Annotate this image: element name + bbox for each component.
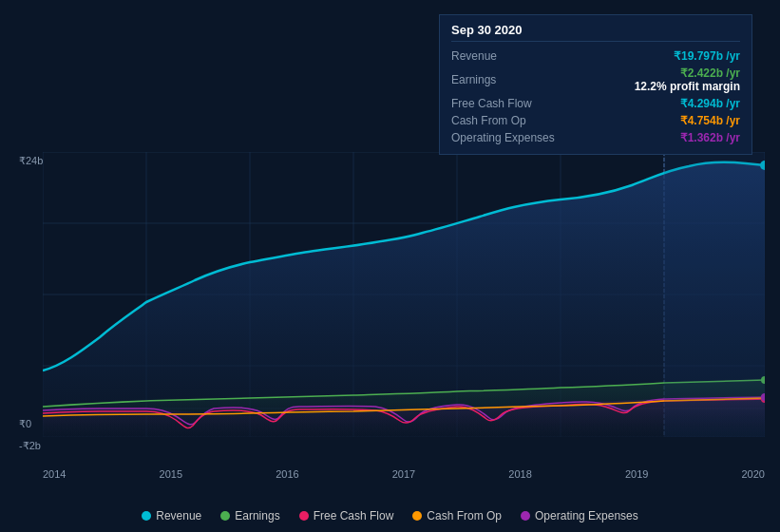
x-axis-labels: 2014 2015 2016 2017 2018 2019 2020 [43, 468, 765, 480]
legend-item-earnings[interactable]: Earnings [220, 509, 279, 522]
legend-dot-revenue [142, 511, 151, 521]
tooltip-value-fcf: ₹4.294b /yr [680, 97, 740, 110]
legend-item-cashfromop[interactable]: Cash From Op [412, 509, 502, 522]
x-label-2019: 2019 [625, 468, 648, 480]
tooltip-label-cashfromop: Cash From Op [451, 114, 526, 127]
legend-dot-earnings [220, 511, 230, 521]
legend-label-fcf: Free Cash Flow [314, 509, 394, 522]
tooltip-value-cashfromop: ₹4.754b /yr [680, 114, 740, 127]
legend-label-cashfromop: Cash From Op [427, 509, 502, 522]
tooltip-value-earnings: ₹2.422b /yr [680, 66, 740, 80]
legend-dot-cashfromop [412, 511, 422, 521]
tooltip-value-revenue: ₹19.797b /yr [674, 49, 740, 63]
x-label-2016: 2016 [276, 468, 298, 480]
tooltip-row-cashfromop: Cash From Op ₹4.754b /yr [451, 112, 740, 129]
tooltip-box: Sep 30 2020 Revenue ₹19.797b /yr Earning… [439, 14, 752, 155]
legend-item-revenue[interactable]: Revenue [142, 509, 201, 522]
legend-item-fcf[interactable]: Free Cash Flow [299, 509, 394, 522]
y-label-top: ₹24b [19, 155, 43, 167]
tooltip-label-fcf: Free Cash Flow [451, 97, 532, 110]
tooltip-row-fcf: Free Cash Flow ₹4.294b /yr [451, 95, 740, 112]
legend-label-earnings: Earnings [235, 509, 279, 522]
tooltip-date: Sep 30 2020 [451, 23, 740, 42]
tooltip-row-earnings: Earnings ₹2.422b /yr 12.2% profit margin [451, 65, 740, 95]
tooltip-row-revenue: Revenue ₹19.797b /yr [451, 48, 740, 65]
x-label-2014: 2014 [43, 468, 66, 480]
legend-item-opex[interactable]: Operating Expenses [521, 509, 638, 522]
legend-dot-fcf [299, 511, 309, 521]
x-label-2017: 2017 [392, 468, 415, 480]
y-label-negative: -₹2b [19, 440, 41, 452]
x-label-2018: 2018 [508, 468, 531, 480]
x-label-2020: 2020 [741, 468, 764, 480]
chart-container: Sep 30 2020 Revenue ₹19.797b /yr Earning… [0, 0, 780, 532]
tooltip-label-opex: Operating Expenses [451, 131, 555, 144]
tooltip-profit-margin: 12.2% profit margin [635, 80, 740, 93]
tooltip-row-opex: Operating Expenses ₹1.362b /yr [451, 129, 740, 146]
highlight-2020 [664, 152, 765, 437]
x-label-2015: 2015 [160, 468, 182, 480]
tooltip-label-earnings: Earnings [451, 73, 496, 86]
legend-dot-opex [521, 511, 530, 521]
chart-legend: Revenue Earnings Free Cash Flow Cash Fro… [0, 509, 780, 522]
tooltip-label-revenue: Revenue [451, 49, 497, 63]
chart-svg [43, 152, 765, 437]
legend-label-opex: Operating Expenses [535, 509, 638, 522]
legend-label-revenue: Revenue [156, 509, 201, 522]
tooltip-value-opex: ₹1.362b /yr [680, 131, 740, 144]
y-label-zero: ₹0 [19, 418, 31, 430]
